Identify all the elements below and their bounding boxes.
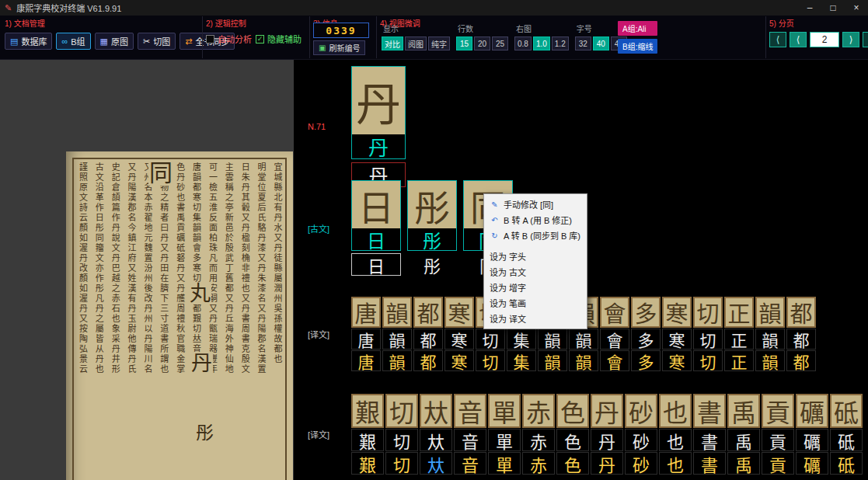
- minimize-button[interactable]: –: [798, 0, 821, 16]
- char-cell[interactable]: 都都都: [413, 297, 443, 371]
- refresh-number-button[interactable]: ▣ 刷新编号: [313, 40, 365, 55]
- char-scan-image: 禹: [727, 394, 760, 428]
- context-menu-item[interactable]: 设为 译文: [484, 311, 587, 326]
- char-cell[interactable]: 艱艱艱: [351, 394, 384, 475]
- char-cell[interactable]: 單單單: [488, 394, 521, 475]
- cut-image-button[interactable]: ✂切图: [138, 33, 176, 50]
- hide-assist-checkbox[interactable]: ✓隐藏辅助: [256, 33, 302, 45]
- scanned-dictionary-page[interactable]: 宜城縣北有丹水又丹徒縣屬潤州吳孫權故都也明堂位夏后氏駱丹漆又丹朱漆名又丹陽郡名漢…: [66, 151, 293, 480]
- char-scan-image: 音: [454, 394, 486, 428]
- char-cell[interactable]: 夶夶夶: [420, 394, 452, 475]
- char-cell[interactable]: 韻韻韻: [382, 297, 412, 371]
- view-option-button[interactable]: 32: [575, 37, 591, 50]
- char-proof-text: 彤: [407, 253, 457, 276]
- char-proof-text: 丹: [591, 452, 623, 475]
- char-scan-image: 砂: [625, 394, 657, 428]
- titlebar: ✎ 康熙字典校对终端 V61.9.91 – □ ×: [0, 0, 868, 16]
- char-ocr-text: 會: [600, 329, 629, 350]
- char-cell[interactable]: 貢貢貢: [762, 394, 794, 475]
- char-ocr-text: 貢: [762, 429, 794, 451]
- view-group: 右图0.81.01.2: [514, 23, 569, 50]
- context-menu-item[interactable]: ↶B 转 A (用 B 修正): [484, 212, 587, 228]
- char-proof-text: 集: [507, 350, 536, 371]
- char-cell[interactable]: 禹禹禹: [727, 394, 760, 475]
- char-cell[interactable]: 音音音: [454, 394, 486, 475]
- close-button[interactable]: ×: [845, 0, 868, 16]
- view-option-button[interactable]: 纯字: [428, 37, 450, 50]
- char-cell[interactable]: 唐唐唐: [351, 297, 381, 371]
- char-proof-text: 唐: [351, 350, 381, 371]
- char-cell[interactable]: 彤彤彤: [407, 180, 457, 276]
- char-ocr-text: 寒: [662, 329, 692, 350]
- char-ocr-text: 色: [556, 429, 589, 451]
- char-cell[interactable]: 都都都: [786, 297, 816, 371]
- context-menu-item[interactable]: 设为 笔画: [484, 295, 587, 311]
- char-ocr-text: 也: [659, 429, 692, 451]
- view-option-button[interactable]: 1.0: [533, 37, 550, 50]
- view-option-button[interactable]: 15: [456, 37, 472, 50]
- context-menu-item[interactable]: 设为 增字: [484, 280, 587, 295]
- char-cell[interactable]: 切切切: [693, 297, 723, 371]
- guwen-row: [古文] 日日日彤彤彤同同同: [308, 180, 513, 276]
- char-cell[interactable]: 砥砥砥: [830, 394, 863, 475]
- menu-item-label: 设为 译文: [490, 312, 526, 325]
- prev-page-button[interactable]: ⟨: [790, 32, 807, 47]
- char-ocr-text: 都: [786, 329, 816, 350]
- b-group-button[interactable]: ∞B组: [56, 33, 90, 50]
- char-proof-text: 單: [488, 452, 521, 475]
- first-page-button[interactable]: ⟨: [769, 32, 786, 47]
- char-scan-image: 單: [488, 394, 521, 428]
- char-cell[interactable]: 正正正: [724, 297, 754, 371]
- refresh-label: 刷新编号: [329, 42, 360, 54]
- char-cell[interactable]: 會會會: [600, 297, 629, 371]
- char-cell[interactable]: 寒寒寒: [444, 297, 474, 371]
- char-ocr-text: 單: [488, 429, 521, 451]
- char-ocr-text: 正: [724, 329, 754, 350]
- last-page-button[interactable]: ⟩: [863, 32, 868, 47]
- button-label: 切图: [153, 35, 170, 47]
- scan-text-frame: 宜城縣北有丹水又丹徒縣屬潤州吳孫權故都也明堂位夏后氏駱丹漆又丹朱漆名又丹陽郡名漢…: [72, 158, 287, 480]
- char-cell[interactable]: 也也也: [659, 394, 692, 475]
- view-option-button[interactable]: 阅图: [405, 37, 427, 50]
- auto-analyze-checkbox[interactable]: 自动分析: [206, 33, 252, 45]
- context-menu: ✎手动修改 [同]↶B 转 A (用 B 修正)↻A 转 B (同步到 B 库)…: [483, 193, 587, 329]
- char-cell[interactable]: 韻韻韻: [755, 297, 785, 371]
- next-page-button[interactable]: ⟩: [842, 32, 859, 47]
- char-cell[interactable]: 色色色: [556, 394, 589, 475]
- scan-text-column: 明堂位夏后氏駱丹漆又丹朱漆名又丹陽郡名漢置: [255, 162, 267, 480]
- char-cell[interactable]: 多多多: [631, 297, 661, 371]
- maximize-button[interactable]: □: [821, 0, 845, 16]
- char-proof-text: 艱: [351, 452, 384, 475]
- context-menu-item[interactable]: ↻A 转 B (同步到 B 库): [484, 228, 587, 243]
- view-option-button[interactable]: 1.2: [552, 37, 569, 50]
- char-proof-text: 韻: [569, 350, 598, 371]
- context-menu-item[interactable]: 设为 古文: [484, 264, 587, 280]
- char-cell[interactable]: 切切切: [385, 394, 418, 475]
- scan-large-char: 丸: [189, 282, 211, 304]
- view-option-button[interactable]: 20: [474, 37, 490, 50]
- view-option-button[interactable]: 0.8: [514, 37, 532, 50]
- view-option-button[interactable]: 对比: [382, 37, 403, 50]
- char-cell[interactable]: 砂砂砂: [625, 394, 657, 475]
- entry-number-display: 0339: [313, 23, 369, 38]
- char-cell[interactable]: 丹丹丹: [591, 394, 623, 475]
- char-ocr-text: 丹: [351, 134, 406, 159]
- database-button[interactable]: ▤数据库: [5, 33, 52, 50]
- char-cell[interactable]: 赤赤赤: [522, 394, 555, 475]
- char-ocr-text: 禹: [727, 429, 760, 451]
- page-number-input[interactable]: [810, 32, 839, 47]
- context-menu-item[interactable]: ✎手动修改 [同]: [484, 197, 587, 212]
- view-option-button[interactable]: 25: [492, 37, 508, 50]
- char-cell[interactable]: 丹丹丹: [351, 66, 406, 187]
- button-label: B组: [71, 35, 85, 47]
- context-menu-item[interactable]: 设为 字头: [484, 249, 587, 264]
- char-cell[interactable]: 礪礪礪: [796, 394, 828, 475]
- char-proof-text: 會: [600, 350, 629, 371]
- char-cell[interactable]: 書書書: [693, 394, 726, 475]
- char-cell[interactable]: 寒寒寒: [662, 297, 692, 371]
- char-cell[interactable]: 日日日: [351, 180, 401, 276]
- checkbox-label: 自动分析: [218, 33, 252, 45]
- original-image-button[interactable]: ▦原图: [95, 33, 134, 50]
- char-proof-text: 都: [786, 350, 816, 371]
- view-option-button[interactable]: 40: [593, 37, 609, 50]
